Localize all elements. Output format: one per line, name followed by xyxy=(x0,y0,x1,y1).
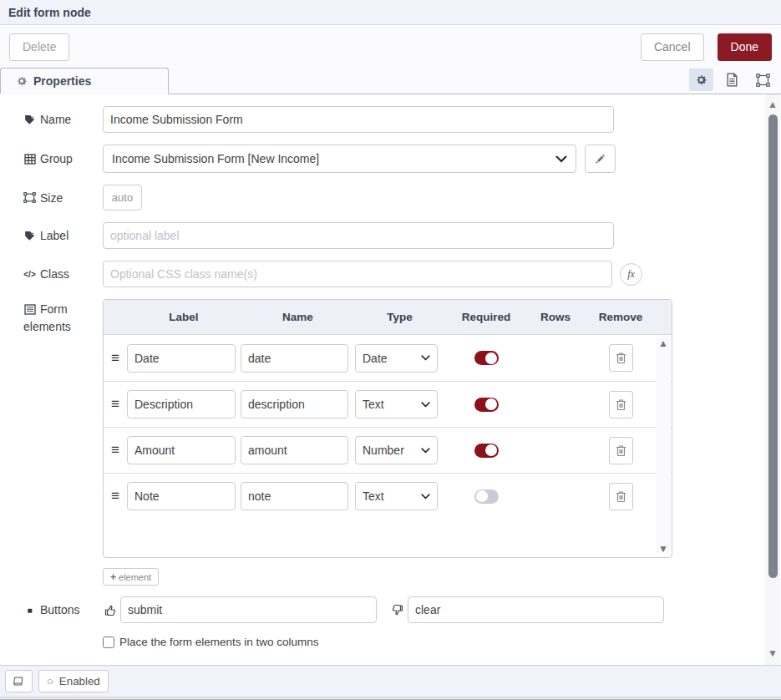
trash-icon xyxy=(616,352,626,364)
chevron-down-icon xyxy=(421,355,430,361)
element-row: ≡ Number xyxy=(104,427,672,473)
two-columns-label: Place the form elements in two columns xyxy=(119,636,319,648)
enabled-toggle-button[interactable]: ○ Enabled xyxy=(38,670,109,692)
required-toggle[interactable] xyxy=(474,351,499,365)
scroll-up-icon[interactable]: ▲ xyxy=(768,99,778,109)
name-input[interactable] xyxy=(103,106,614,133)
dialog-footer: ○ Enabled xyxy=(0,665,781,697)
two-columns-checkbox[interactable] xyxy=(103,637,114,648)
remove-element-button[interactable] xyxy=(609,437,633,464)
tag-icon xyxy=(23,114,36,125)
group-label: Group xyxy=(40,152,73,165)
element-label-input[interactable] xyxy=(127,482,236,510)
clear-button-input[interactable] xyxy=(408,596,664,623)
group-select[interactable]: Income Submission Form [New Income] xyxy=(103,145,576,173)
elements-table: Label Name Type Required Rows Remove ≡ D… xyxy=(103,299,672,558)
fx-icon-button[interactable]: fx xyxy=(620,263,642,286)
group-select-value: Income Submission Form [New Income] xyxy=(112,152,319,165)
required-toggle[interactable] xyxy=(474,444,499,458)
tab-properties[interactable]: Properties xyxy=(0,68,169,94)
element-label-input[interactable] xyxy=(127,344,236,373)
list-icon xyxy=(23,304,36,315)
two-columns-row: Place the form elements in two columns xyxy=(103,636,749,648)
buttons-row: ■ Buttons xyxy=(23,596,749,623)
label-label: Label xyxy=(40,229,68,242)
header-required: Required xyxy=(444,311,528,323)
size-label: Size xyxy=(40,191,63,205)
tab-properties-label: Properties xyxy=(33,74,91,88)
trash-icon xyxy=(616,490,626,503)
chevron-down-icon xyxy=(421,448,430,454)
done-button[interactable]: Done xyxy=(718,33,772,61)
document-icon xyxy=(726,73,738,87)
label-input[interactable] xyxy=(103,222,614,249)
trash-icon xyxy=(616,398,626,411)
element-row: ≡ Text xyxy=(104,473,672,519)
enabled-label: Enabled xyxy=(59,675,100,687)
delete-button[interactable]: Delete xyxy=(9,33,69,61)
header-type: Type xyxy=(355,311,444,323)
name-row: Name xyxy=(23,106,749,133)
properties-tab-icon-button[interactable] xyxy=(689,68,713,91)
scrollbar-thumb[interactable] xyxy=(768,114,778,578)
name-label: Name xyxy=(40,113,71,126)
element-label-input[interactable] xyxy=(127,390,236,418)
thumbs-down-icon xyxy=(390,604,404,616)
scroll-down-icon[interactable]: ▼ xyxy=(768,648,778,658)
header-rows: Rows xyxy=(528,311,583,323)
required-toggle[interactable] xyxy=(474,398,499,412)
element-name-input[interactable] xyxy=(241,436,348,464)
element-name-input[interactable] xyxy=(241,344,348,373)
edit-group-button[interactable] xyxy=(585,145,616,173)
element-label-input[interactable] xyxy=(127,436,236,464)
submit-button-input[interactable] xyxy=(120,596,377,623)
group-row: Group Income Submission Form [New Income… xyxy=(23,145,749,173)
gear-icon xyxy=(16,75,28,87)
node-help-button[interactable] xyxy=(5,670,33,692)
dialog-title: Edit form node xyxy=(8,6,91,19)
code-icon: </> xyxy=(23,270,36,279)
chevron-down-icon xyxy=(555,155,567,163)
element-type-select[interactable]: Text xyxy=(355,482,438,510)
form-elements-editor: Label Name Type Required Rows Remove ≡ D… xyxy=(103,299,672,558)
thumbs-up-icon xyxy=(103,604,117,616)
pencil-icon xyxy=(595,154,606,165)
element-type-select[interactable]: Text xyxy=(355,390,438,418)
form-elements-row: Form elements Label Name Type Required R… xyxy=(23,299,749,558)
appearance-tab-icon-button[interactable] xyxy=(751,68,775,91)
scroll-up-icon[interactable]: ▲ xyxy=(658,338,668,348)
element-row: ≡ Date xyxy=(104,335,672,381)
elements-table-body: ≡ Date ≡ Text xyxy=(104,335,672,557)
size-auto-button[interactable]: auto xyxy=(103,185,142,211)
chevron-down-icon xyxy=(421,494,430,500)
element-name-input[interactable] xyxy=(241,482,348,510)
remove-element-button[interactable] xyxy=(609,483,633,510)
gear-icon xyxy=(695,74,707,86)
cancel-button[interactable]: Cancel xyxy=(641,33,704,61)
elements-table-header: Label Name Type Required Rows Remove xyxy=(104,300,672,335)
form-elements-label-line1: Form xyxy=(40,302,68,316)
main-scrollbar[interactable]: ▲ ▼ xyxy=(765,94,780,665)
drag-handle-icon[interactable]: ≡ xyxy=(104,488,127,505)
add-element-button[interactable]: +element xyxy=(103,568,159,586)
size-row: Size auto xyxy=(23,185,749,211)
remove-element-button[interactable] xyxy=(609,344,633,372)
header-remove: Remove xyxy=(583,311,658,323)
drag-handle-icon[interactable]: ≡ xyxy=(104,396,127,413)
form-elements-label-line2: elements xyxy=(23,320,103,333)
description-tab-icon-button[interactable] xyxy=(720,68,744,91)
required-toggle[interactable] xyxy=(474,489,499,504)
drag-handle-icon[interactable]: ≡ xyxy=(104,442,127,459)
tag-icon xyxy=(23,231,36,241)
scroll-down-icon[interactable]: ▼ xyxy=(658,544,668,554)
element-name-input[interactable] xyxy=(241,390,348,418)
class-input[interactable] xyxy=(103,261,612,287)
dialog-header: Edit form node xyxy=(0,0,781,25)
table-scrollbar[interactable]: ▲ ▼ xyxy=(656,338,671,554)
class-label: Class xyxy=(40,267,69,281)
drag-handle-icon[interactable]: ≡ xyxy=(104,350,127,367)
tab-icon-group xyxy=(689,68,781,94)
element-type-select[interactable]: Date xyxy=(355,344,438,373)
remove-element-button[interactable] xyxy=(609,391,633,418)
element-type-select[interactable]: Number xyxy=(355,436,438,464)
